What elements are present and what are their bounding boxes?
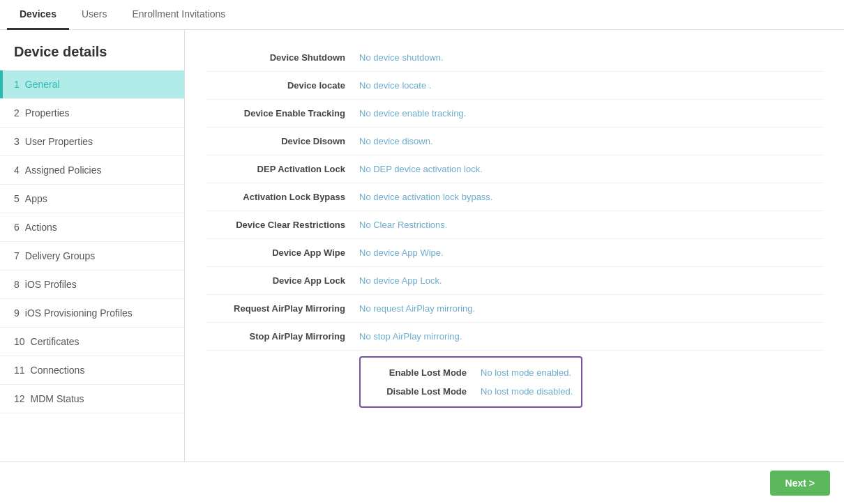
detail-label: Request AirPlay Mirroring bbox=[206, 303, 359, 314]
tab-devices[interactable]: Devices bbox=[7, 0, 69, 30]
detail-label: Device Clear Restrictions bbox=[206, 220, 359, 230]
sidebar-item-user-properties[interactable]: 3User Properties bbox=[0, 128, 184, 156]
sidebar-item-properties[interactable]: 2Properties bbox=[0, 99, 184, 128]
lost-mode-label: Disable Lost Mode bbox=[369, 386, 481, 397]
sidebar-item-assigned-policies[interactable]: 4Assigned Policies bbox=[0, 156, 184, 185]
sidebar-item-number: 10 bbox=[14, 336, 25, 347]
sidebar-item-mdm-status[interactable]: 12MDM Status bbox=[0, 385, 184, 413]
detail-row: Device Clear RestrictionsNo Clear Restri… bbox=[206, 211, 823, 239]
lost-mode-row: Disable Lost ModeNo lost mode disabled. bbox=[369, 382, 573, 401]
lost-mode-label: Enable Lost Mode bbox=[369, 367, 481, 378]
sidebar-item-number: 1 bbox=[14, 79, 20, 90]
sidebar-item-ios-provisioning-profiles[interactable]: 9iOS Provisioning Profiles bbox=[0, 299, 184, 328]
sidebar-item-label: General bbox=[25, 79, 60, 90]
sidebar-item-label: Certificates bbox=[31, 336, 80, 347]
sidebar-item-label: MDM Status bbox=[31, 393, 84, 404]
sidebar-item-number: 11 bbox=[14, 365, 25, 376]
lost-mode-section: Enable Lost ModeNo lost mode enabled.Dis… bbox=[206, 351, 823, 408]
next-button[interactable]: Next > bbox=[770, 471, 830, 496]
sidebar-item-number: 8 bbox=[14, 279, 20, 290]
detail-label: Activation Lock Bypass bbox=[206, 192, 359, 202]
detail-value: No DEP device activation lock. bbox=[359, 164, 483, 174]
sidebar-item-number: 9 bbox=[14, 307, 20, 319]
detail-value: No device activation lock bypass. bbox=[359, 192, 492, 202]
sidebar-item-number: 12 bbox=[14, 393, 25, 404]
detail-value: No device App Wipe. bbox=[359, 247, 444, 258]
lost-mode-value: No lost mode disabled. bbox=[481, 386, 573, 397]
sidebar-item-label: Actions bbox=[25, 222, 57, 233]
tab-enrollment-invitations[interactable]: Enrollment Invitations bbox=[120, 0, 239, 30]
sidebar-item-label: Properties bbox=[25, 107, 70, 119]
detail-row: Activation Lock BypassNo device activati… bbox=[206, 183, 823, 211]
sidebar-item-label: Apps bbox=[25, 193, 47, 204]
sidebar-item-number: 5 bbox=[14, 193, 20, 204]
detail-row: Device locateNo device locate . bbox=[206, 72, 823, 100]
detail-label: Device App Lock bbox=[206, 275, 359, 286]
detail-row: Stop AirPlay MirroringNo stop AirPlay mi… bbox=[206, 323, 823, 351]
detail-value: No device enable tracking. bbox=[359, 108, 466, 119]
sidebar-item-label: iOS Provisioning Profiles bbox=[25, 307, 133, 319]
detail-row: Device Enable TrackingNo device enable t… bbox=[206, 100, 823, 128]
sidebar-item-certificates[interactable]: 10Certificates bbox=[0, 328, 184, 356]
detail-label: Device locate bbox=[206, 80, 359, 91]
sidebar-item-number: 6 bbox=[14, 222, 20, 233]
sidebar-item-number: 3 bbox=[14, 136, 20, 147]
detail-value: No device disown. bbox=[359, 136, 433, 146]
detail-value: No stop AirPlay mirroring. bbox=[359, 331, 462, 342]
sidebar-item-label: User Properties bbox=[25, 136, 93, 147]
main-content: Device ShutdownNo device shutdown.Device… bbox=[185, 30, 844, 461]
sidebar-item-label: Delivery Groups bbox=[25, 250, 95, 261]
detail-value: No request AirPlay mirroring. bbox=[359, 303, 475, 314]
sidebar-item-connections[interactable]: 11Connections bbox=[0, 356, 184, 385]
sidebar-item-label: Assigned Policies bbox=[25, 165, 102, 176]
sidebar-item-delivery-groups[interactable]: 7Delivery Groups bbox=[0, 242, 184, 270]
detail-label: Device Enable Tracking bbox=[206, 108, 359, 119]
detail-label: Device App Wipe bbox=[206, 247, 359, 258]
detail-row: Device DisownNo device disown. bbox=[206, 128, 823, 155]
detail-label: Device Shutdown bbox=[206, 52, 359, 63]
sidebar-item-label: Connections bbox=[31, 365, 85, 376]
sidebar-item-actions[interactable]: 6Actions bbox=[0, 213, 184, 242]
detail-row: Request AirPlay MirroringNo request AirP… bbox=[206, 295, 823, 323]
top-nav: DevicesUsersEnrollment Invitations bbox=[0, 0, 844, 30]
page-wrapper: DevicesUsersEnrollment Invitations Devic… bbox=[0, 0, 844, 504]
content-footer-wrapper: Device details 1General2Properties3User … bbox=[0, 30, 844, 504]
content-area-inner: Device details 1General2Properties3User … bbox=[0, 30, 844, 461]
lost-mode-row: Enable Lost ModeNo lost mode enabled. bbox=[369, 363, 573, 382]
footer: Next > bbox=[0, 461, 844, 504]
detail-row: Device ShutdownNo device shutdown. bbox=[206, 44, 823, 72]
lost-mode-value: No lost mode enabled. bbox=[481, 367, 571, 378]
detail-row: DEP Activation LockNo DEP device activat… bbox=[206, 155, 823, 183]
tab-users[interactable]: Users bbox=[69, 0, 120, 30]
lost-mode-box: Enable Lost ModeNo lost mode enabled.Dis… bbox=[359, 356, 582, 408]
sidebar-item-apps[interactable]: 5Apps bbox=[0, 185, 184, 213]
detail-value: No device shutdown. bbox=[359, 52, 444, 63]
detail-value: No Clear Restrictions. bbox=[359, 220, 447, 230]
detail-value: No device App Lock. bbox=[359, 275, 442, 286]
detail-label: Device Disown bbox=[206, 136, 359, 146]
detail-value: No device locate . bbox=[359, 80, 431, 91]
sidebar-item-number: 2 bbox=[14, 107, 20, 119]
sidebar: Device details 1General2Properties3User … bbox=[0, 30, 185, 461]
detail-label: DEP Activation Lock bbox=[206, 164, 359, 174]
sidebar-item-number: 4 bbox=[14, 165, 20, 176]
sidebar-item-label: iOS Profiles bbox=[25, 279, 77, 290]
detail-label: Stop AirPlay Mirroring bbox=[206, 331, 359, 342]
detail-row: Device App LockNo device App Lock. bbox=[206, 267, 823, 295]
sidebar-item-number: 7 bbox=[14, 250, 20, 261]
sidebar-item-ios-profiles[interactable]: 8iOS Profiles bbox=[0, 270, 184, 299]
sidebar-title: Device details bbox=[0, 30, 184, 70]
detail-row: Device App WipeNo device App Wipe. bbox=[206, 239, 823, 267]
sidebar-item-general[interactable]: 1General bbox=[0, 70, 184, 99]
